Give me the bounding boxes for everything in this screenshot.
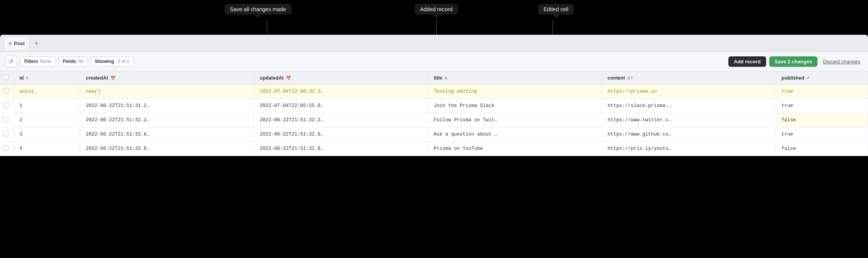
add-record-button[interactable]: Add record	[728, 56, 766, 67]
header-createdat: createdAt 📅	[80, 71, 254, 85]
row-checkbox[interactable]	[0, 99, 14, 113]
row-checkbox[interactable]	[0, 142, 14, 156]
tooltip-edited-cell: Edited cell	[538, 4, 574, 15]
fields-button[interactable]: Fields All	[59, 56, 88, 66]
showing-button[interactable]: Showing 5 of 4	[91, 56, 133, 66]
table-row: 42022-06-22T21:51:32.8…2022-06-22T21:51:…	[0, 142, 868, 156]
header-content: content A?	[602, 71, 776, 85]
cell-published[interactable]: true	[776, 99, 868, 113]
save-changes-button[interactable]: Save 2 changes	[769, 56, 818, 67]
cell-createdat[interactable]: 2022-06-22T21:51:31.2…	[80, 99, 254, 113]
cell-content[interactable]: https://www.github.co…	[602, 127, 776, 142]
cell-title[interactable]: Join the Prisma Slack	[428, 99, 602, 113]
cell-content[interactable]: https://prisma.io	[602, 85, 776, 99]
tab-post[interactable]: Post	[4, 37, 30, 50]
tab-label: Post	[14, 41, 25, 46]
cell-updatedat[interactable]: 2022-06-22T21:51:32.2…	[254, 113, 428, 127]
header-checkbox[interactable]	[0, 71, 14, 85]
cell-id[interactable]: 2	[14, 113, 80, 127]
tab-dot	[9, 42, 12, 45]
refresh-button[interactable]: ↺	[5, 56, 17, 67]
cell-published[interactable]: true	[776, 127, 868, 142]
cell-createdat[interactable]: 2022-06-22T21:51:32.8…	[80, 127, 254, 142]
cell-createdat[interactable]: now()	[80, 85, 254, 99]
cell-updatedat[interactable]: 2022-07-04T22:05:55.0…	[254, 99, 428, 113]
cell-published[interactable]: true	[776, 85, 868, 99]
cell-id[interactable]: 4	[14, 142, 80, 156]
tab-bar: Post +	[0, 35, 868, 52]
connector-line-3	[552, 20, 553, 35]
tooltip-added-record: Added record	[415, 4, 458, 15]
cell-id[interactable]: 1	[14, 99, 80, 113]
toolbar: ↺ Filters None Fields All Showing 5 of 4…	[0, 52, 868, 71]
table-header-row: id # createdAt 📅 updatedAt 📅 title A con…	[0, 71, 868, 85]
header-updatedat: updatedAt 📅	[254, 71, 428, 85]
row-checkbox[interactable]	[0, 113, 14, 127]
table-row: 32022-06-22T21:51:32.8…2022-06-22T21:51:…	[0, 127, 868, 142]
table-row: autoi…now()2022-07-04T22:06:32.3…Testing…	[0, 85, 868, 99]
cell-published[interactable]: false	[776, 142, 868, 156]
header-id: id #	[14, 71, 80, 85]
add-tab-button[interactable]: +	[31, 38, 41, 48]
row-checkbox[interactable]	[0, 85, 14, 99]
table-row: 22022-06-22T21:51:32.2…2022-06-22T21:51:…	[0, 113, 868, 127]
cell-updatedat[interactable]: 2022-06-22T21:51:32.8…	[254, 142, 428, 156]
cell-createdat[interactable]: 2022-06-22T21:51:32.2…	[80, 113, 254, 127]
header-published: published ✔	[776, 71, 868, 85]
tooltip-save-all: Save all changes made	[225, 4, 292, 15]
data-table: id # createdAt 📅 updatedAt 📅 title A con…	[0, 71, 868, 156]
cell-id[interactable]: autoi…	[14, 85, 80, 99]
connector-line-2	[436, 20, 437, 35]
table-row: 12022-06-22T21:51:31.2…2022-07-04T22:05:…	[0, 99, 868, 113]
cell-published[interactable]: false	[776, 113, 868, 127]
cell-content[interactable]: https://slack.prisma.…	[602, 99, 776, 113]
filters-button[interactable]: Filters None	[20, 56, 56, 66]
cell-id[interactable]: 3	[14, 127, 80, 142]
cell-title[interactable]: Follow Prisma on Twit…	[428, 113, 602, 127]
cell-content[interactable]: https://www.twitter.c…	[602, 113, 776, 127]
cell-title[interactable]: Ask a question about …	[428, 127, 602, 142]
cell-updatedat[interactable]: 2022-06-22T21:51:32.8…	[254, 127, 428, 142]
cell-title[interactable]: Prisma on YouTube	[428, 142, 602, 156]
discard-changes-button[interactable]: Discard changes	[821, 57, 863, 66]
cell-content[interactable]: https://pris.ly/youtu…	[602, 142, 776, 156]
row-checkbox[interactable]	[0, 127, 14, 142]
cell-title[interactable]: Testing editing	[428, 85, 602, 99]
cell-updatedat[interactable]: 2022-07-04T22:06:32.3…	[254, 85, 428, 99]
connector-line-1	[267, 20, 267, 35]
cell-createdat[interactable]: 2022-06-22T21:51:32.8…	[80, 142, 254, 156]
header-title: title A	[428, 71, 602, 85]
